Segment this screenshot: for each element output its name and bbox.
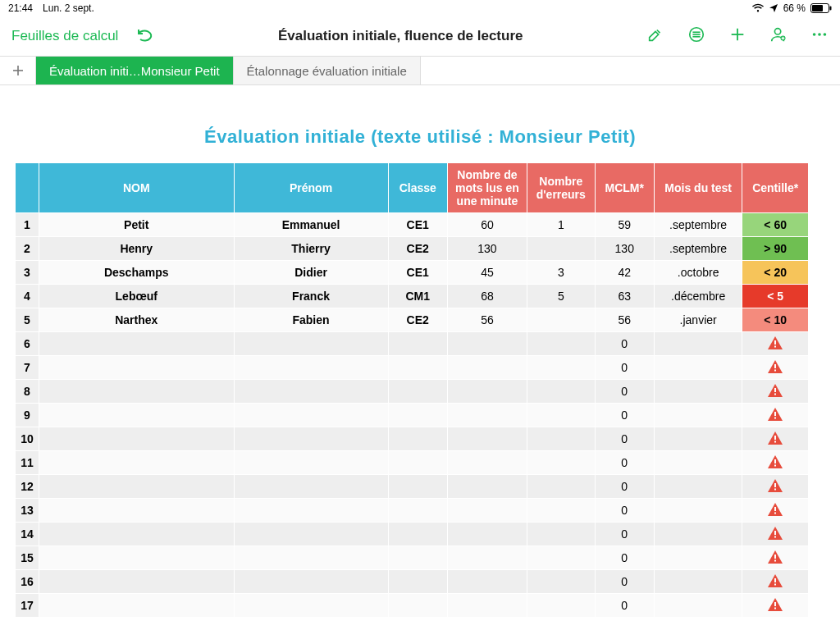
row-index[interactable]: 15 bbox=[16, 546, 39, 570]
row-index[interactable]: 4 bbox=[16, 285, 39, 308]
cell-mots[interactable] bbox=[447, 546, 527, 570]
row-index[interactable]: 16 bbox=[16, 570, 39, 594]
col-prenom[interactable]: Prénom bbox=[234, 163, 388, 213]
format-icon[interactable] bbox=[687, 25, 705, 47]
cell-centille[interactable] bbox=[742, 380, 809, 404]
col-mots[interactable]: Nombre de mots lus en une minute bbox=[447, 163, 527, 213]
cell-mots[interactable] bbox=[447, 570, 527, 594]
cell-classe[interactable] bbox=[388, 427, 447, 451]
table-row[interactable]: 120 bbox=[16, 475, 809, 499]
cell-mclm[interactable]: 0 bbox=[595, 404, 654, 427]
cell-mots[interactable]: 45 bbox=[447, 261, 527, 285]
cell-nom[interactable]: Henry bbox=[39, 237, 234, 261]
cell-mots[interactable] bbox=[447, 594, 527, 618]
cell-prenom[interactable]: Thierry bbox=[234, 237, 388, 261]
cell-prenom[interactable] bbox=[234, 475, 388, 499]
cell-prenom[interactable] bbox=[234, 523, 388, 546]
cell-centille[interactable] bbox=[742, 404, 809, 427]
cell-classe[interactable] bbox=[388, 475, 447, 499]
cell-mots[interactable] bbox=[447, 523, 527, 546]
cell-centille[interactable]: < 10 bbox=[742, 308, 809, 332]
table-row[interactable]: 2HenryThierryCE2130130.septembre> 90 bbox=[16, 237, 809, 261]
cell-prenom[interactable]: Fabien bbox=[234, 308, 388, 332]
cell-centille[interactable] bbox=[742, 332, 809, 356]
cell-centille[interactable] bbox=[742, 523, 809, 546]
table-row[interactable]: 130 bbox=[16, 499, 809, 523]
tab-evaluation-initiale[interactable]: Évaluation initi…Monsieur Petit bbox=[36, 57, 234, 84]
cell-prenom[interactable] bbox=[234, 570, 388, 594]
cell-centille[interactable] bbox=[742, 475, 809, 499]
cell-prenom[interactable] bbox=[234, 332, 388, 356]
cell-classe[interactable]: CE2 bbox=[388, 237, 447, 261]
cell-centille[interactable] bbox=[742, 427, 809, 451]
cell-classe[interactable] bbox=[388, 404, 447, 427]
cell-err[interactable] bbox=[527, 427, 595, 451]
table-row[interactable]: 90 bbox=[16, 404, 809, 427]
col-mclm[interactable]: MCLM* bbox=[595, 163, 654, 213]
row-index[interactable]: 11 bbox=[16, 451, 39, 475]
cell-prenom[interactable] bbox=[234, 356, 388, 380]
row-index[interactable]: 5 bbox=[16, 308, 39, 332]
cell-mois[interactable] bbox=[654, 523, 742, 546]
cell-mots[interactable]: 130 bbox=[447, 237, 527, 261]
cell-classe[interactable] bbox=[388, 523, 447, 546]
cell-classe[interactable] bbox=[388, 356, 447, 380]
cell-err[interactable] bbox=[527, 570, 595, 594]
cell-classe[interactable]: CE2 bbox=[388, 308, 447, 332]
cell-nom[interactable]: Deschamps bbox=[39, 261, 234, 285]
table-row[interactable]: 100 bbox=[16, 427, 809, 451]
cell-mclm[interactable]: 0 bbox=[595, 380, 654, 404]
col-erreurs[interactable]: Nombre d'erreurs bbox=[527, 163, 595, 213]
table-row[interactable]: 140 bbox=[16, 523, 809, 546]
data-table[interactable]: NOM Prénom Classe Nombre de mots lus en … bbox=[15, 162, 809, 618]
cell-err[interactable] bbox=[527, 237, 595, 261]
row-index[interactable]: 1 bbox=[16, 213, 39, 237]
cell-prenom[interactable]: Franck bbox=[234, 285, 388, 308]
cell-mois[interactable] bbox=[654, 594, 742, 618]
table-row[interactable]: 170 bbox=[16, 594, 809, 618]
cell-mclm[interactable]: 0 bbox=[595, 451, 654, 475]
cell-mois[interactable]: .janvier bbox=[654, 308, 742, 332]
cell-prenom[interactable] bbox=[234, 404, 388, 427]
col-mois[interactable]: Mois du test bbox=[654, 163, 742, 213]
cell-mclm[interactable]: 0 bbox=[595, 523, 654, 546]
cell-nom[interactable] bbox=[39, 451, 234, 475]
back-link[interactable]: Feuilles de calcul bbox=[11, 28, 118, 44]
cell-centille[interactable] bbox=[742, 499, 809, 523]
cell-mclm[interactable]: 0 bbox=[595, 570, 654, 594]
cell-nom[interactable] bbox=[39, 499, 234, 523]
cell-err[interactable] bbox=[527, 404, 595, 427]
cell-mois[interactable]: .décembre bbox=[654, 285, 742, 308]
cell-mots[interactable]: 68 bbox=[447, 285, 527, 308]
cell-nom[interactable] bbox=[39, 427, 234, 451]
cell-mclm[interactable]: 0 bbox=[595, 546, 654, 570]
table-row[interactable]: 80 bbox=[16, 380, 809, 404]
cell-centille[interactable]: < 60 bbox=[742, 213, 809, 237]
cell-mclm[interactable]: 130 bbox=[595, 237, 654, 261]
cell-prenom[interactable] bbox=[234, 594, 388, 618]
cell-centille[interactable] bbox=[742, 546, 809, 570]
cell-classe[interactable] bbox=[388, 594, 447, 618]
cell-mots[interactable] bbox=[447, 404, 527, 427]
cell-err[interactable] bbox=[527, 332, 595, 356]
brush-icon[interactable] bbox=[646, 25, 664, 47]
cell-prenom[interactable] bbox=[234, 499, 388, 523]
cell-mclm[interactable]: 56 bbox=[595, 308, 654, 332]
cell-mots[interactable] bbox=[447, 451, 527, 475]
cell-mclm[interactable]: 42 bbox=[595, 261, 654, 285]
cell-mclm[interactable]: 59 bbox=[595, 213, 654, 237]
cell-nom[interactable] bbox=[39, 594, 234, 618]
cell-prenom[interactable] bbox=[234, 546, 388, 570]
col-classe[interactable]: Classe bbox=[388, 163, 447, 213]
cell-centille[interactable] bbox=[742, 594, 809, 618]
cell-centille[interactable] bbox=[742, 570, 809, 594]
cell-nom[interactable] bbox=[39, 380, 234, 404]
row-index[interactable]: 6 bbox=[16, 332, 39, 356]
cell-centille[interactable]: < 5 bbox=[742, 285, 809, 308]
cell-mots[interactable]: 56 bbox=[447, 308, 527, 332]
row-index[interactable]: 17 bbox=[16, 594, 39, 618]
row-index[interactable]: 2 bbox=[16, 237, 39, 261]
cell-centille[interactable]: < 20 bbox=[742, 261, 809, 285]
undo-icon[interactable] bbox=[135, 26, 154, 47]
tab-etalonnage[interactable]: Étalonnage évaluation initiale bbox=[234, 57, 421, 84]
